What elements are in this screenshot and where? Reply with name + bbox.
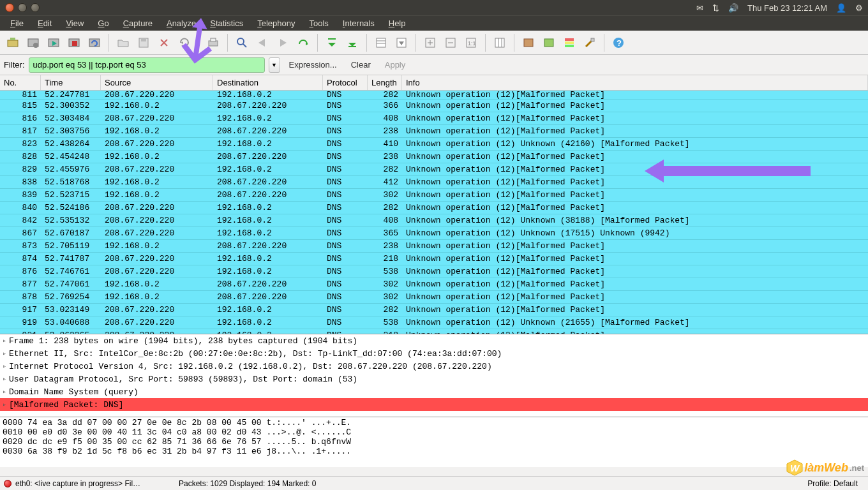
window-maximize-icon[interactable] <box>31 3 40 12</box>
detail-line[interactable]: ▹Frame 1: 238 bytes on wire (1904 bits),… <box>0 334 868 347</box>
expand-icon[interactable]: ▹ <box>3 401 9 408</box>
close-file-icon[interactable] <box>155 34 173 52</box>
menu-tools[interactable]: Tools <box>303 17 335 29</box>
col-header-info[interactable]: Info <box>402 75 868 90</box>
table-row[interactable]: 81152.247781208.67.220.220192.168.0.2DNS… <box>0 91 868 100</box>
save-file-icon[interactable] <box>135 34 153 52</box>
menu-analyze[interactable]: Analyze <box>160 17 202 29</box>
menu-statistics[interactable]: Statistics <box>204 17 250 29</box>
window-minimize-icon[interactable] <box>18 3 27 12</box>
detail-line[interactable]: ▹Domain Name System (query) <box>0 385 868 398</box>
menu-help[interactable]: Help <box>382 17 412 29</box>
clear-button[interactable]: Clear <box>346 60 376 70</box>
start-capture-icon[interactable] <box>45 34 63 52</box>
col-header-no[interactable]: No. <box>0 75 41 90</box>
table-row[interactable]: 81652.303484208.67.220.220192.168.0.2DNS… <box>0 112 868 125</box>
table-row[interactable]: 87652.746761208.67.220.220192.168.0.2DNS… <box>0 265 868 278</box>
menu-go[interactable]: Go <box>91 17 115 29</box>
network-icon[interactable]: ⇅ <box>712 3 719 13</box>
col-header-protocol[interactable]: Protocol <box>323 75 368 90</box>
table-row[interactable]: 81552.300352192.168.0.2208.67.220.220DNS… <box>0 100 868 112</box>
stop-capture-icon[interactable] <box>65 34 83 52</box>
apply-button[interactable]: Apply <box>380 60 411 70</box>
go-back-icon[interactable] <box>253 34 271 52</box>
expand-icon[interactable]: ▹ <box>3 388 9 396</box>
detail-line[interactable]: ▹Ethernet II, Src: IntelCor_0e:8c:2b (00… <box>0 347 868 360</box>
table-row[interactable]: 83952.523715192.168.0.2208.67.220.220DNS… <box>0 189 868 202</box>
col-header-length[interactable]: Length <box>368 75 402 90</box>
user-icon[interactable]: 👤 <box>836 3 846 13</box>
table-row[interactable]: 87352.705119192.168.0.2208.67.220.220DNS… <box>0 240 868 253</box>
packet-list-body[interactable]: 81152.247781208.67.220.220192.168.0.2DNS… <box>0 91 868 334</box>
table-row[interactable]: 87852.769254192.168.0.2208.67.220.220DNS… <box>0 291 868 304</box>
filter-input[interactable] <box>29 57 265 73</box>
expand-icon[interactable]: ▹ <box>3 375 9 383</box>
table-row[interactable]: 82852.454248192.168.0.2208.67.220.220DNS… <box>0 151 868 163</box>
power-icon[interactable]: ⚙ <box>855 3 863 13</box>
col-header-time[interactable]: Time <box>41 75 101 90</box>
open-file-icon[interactable] <box>114 34 132 52</box>
table-row[interactable]: 82352.438264208.67.220.220192.168.0.2DNS… <box>0 138 868 151</box>
help-icon[interactable]: ? <box>610 34 627 52</box>
svg-marker-18 <box>258 39 265 47</box>
svg-rect-12 <box>141 38 146 41</box>
packet-details-pane[interactable]: ▹Frame 1: 238 bytes on wire (1904 bits),… <box>0 334 868 417</box>
preferences-icon[interactable] <box>581 34 599 52</box>
expand-icon[interactable]: ▹ <box>3 337 9 345</box>
table-row[interactable]: 91953.040688208.67.220.220192.168.0.2DNS… <box>0 316 868 329</box>
capture-options-icon[interactable] <box>24 34 42 52</box>
expand-icon[interactable]: ▹ <box>3 350 9 357</box>
status-profile[interactable]: Profile: Default <box>807 479 864 488</box>
display-filters-icon[interactable] <box>540 34 558 52</box>
zoom-out-icon[interactable] <box>442 34 460 52</box>
go-forward-icon[interactable] <box>274 34 292 52</box>
interfaces-icon[interactable] <box>4 34 22 52</box>
go-first-icon[interactable] <box>323 34 341 52</box>
mail-icon[interactable]: ✉ <box>696 3 703 13</box>
table-row[interactable]: 87452.741787208.67.220.220192.168.0.2DNS… <box>0 253 868 265</box>
table-row[interactable]: 82952.455976208.67.220.220192.168.0.2DNS… <box>0 163 868 176</box>
svg-rect-40 <box>524 39 533 47</box>
svg-rect-15 <box>211 38 216 41</box>
menu-view[interactable]: View <box>59 17 90 29</box>
print-icon[interactable] <box>204 34 222 52</box>
menu-edit[interactable]: Edit <box>31 17 58 29</box>
window-close-icon[interactable] <box>5 3 14 12</box>
capture-filters-icon[interactable] <box>520 34 537 52</box>
table-row[interactable]: 83852.518768192.168.0.2208.67.220.220DNS… <box>0 176 868 189</box>
resize-columns-icon[interactable] <box>491 34 509 52</box>
colorize-icon[interactable] <box>372 34 390 52</box>
table-row[interactable]: 86752.670187208.67.220.220192.168.0.2DNS… <box>0 227 868 240</box>
menu-telephony[interactable]: Telephony <box>251 17 301 29</box>
svg-text:W: W <box>790 463 800 473</box>
go-to-packet-icon[interactable] <box>294 34 312 52</box>
auto-scroll-icon[interactable] <box>393 34 410 52</box>
packet-bytes-pane[interactable]: 0000 74 ea 3a dd 07 00 00 27 0e 0e 8c 2b… <box>0 417 868 467</box>
detail-line[interactable]: ▹User Datagram Protocol, Src Port: 59893… <box>0 373 868 385</box>
col-header-destination[interactable]: Destination <box>213 75 323 90</box>
coloring-rules-icon[interactable] <box>560 34 578 52</box>
restart-capture-icon[interactable] <box>86 34 103 52</box>
menu-file[interactable]: File <box>4 17 30 29</box>
datetime[interactable]: Thu Feb 23 12:21 AM <box>747 3 827 13</box>
zoom-in-icon[interactable] <box>421 34 439 52</box>
menu-capture[interactable]: Capture <box>117 17 159 29</box>
reload-icon[interactable] <box>176 34 193 52</box>
volume-icon[interactable]: 🔊 <box>728 3 738 13</box>
zoom-100-icon[interactable]: 1:1 <box>462 34 480 52</box>
table-row[interactable]: 87752.747061192.168.0.2208.67.220.220DNS… <box>0 278 868 291</box>
table-row[interactable]: 92153.062265208.67.220.220192.168.0.2DNS… <box>0 329 868 334</box>
detail-line[interactable]: ▹Internet Protocol Version 4, Src: 192.1… <box>0 360 868 373</box>
table-row[interactable]: 84252.535132208.67.220.220192.168.0.2DNS… <box>0 214 868 227</box>
expand-icon[interactable]: ▹ <box>3 362 9 370</box>
table-row[interactable]: 84052.524186208.67.220.220192.168.0.2DNS… <box>0 202 868 214</box>
menu-internals[interactable]: Internals <box>336 17 381 29</box>
table-row[interactable]: 91753.023149208.67.220.220192.168.0.2DNS… <box>0 304 868 316</box>
expression-button[interactable]: Expression... <box>284 60 342 70</box>
col-header-source[interactable]: Source <box>101 75 213 90</box>
table-row[interactable]: 81752.303756192.168.0.2208.67.220.220DNS… <box>0 125 868 138</box>
filter-dropdown-icon[interactable]: ▼ <box>269 57 280 73</box>
find-icon[interactable] <box>233 34 251 52</box>
detail-line[interactable]: ▹[Malformed Packet: DNS] <box>0 398 868 411</box>
go-last-icon[interactable] <box>343 34 361 52</box>
